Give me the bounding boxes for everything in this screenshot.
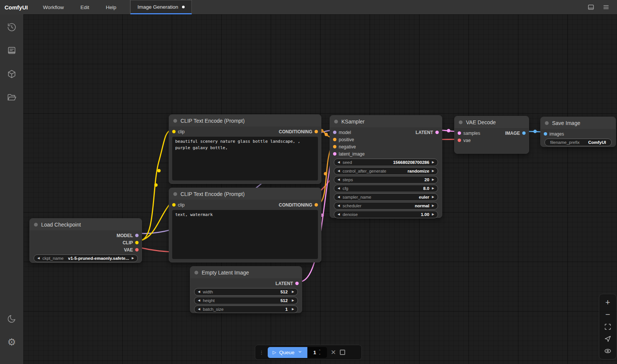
bottom-panel-toggle-icon[interactable] xyxy=(587,3,595,11)
stepper-arrows-icon[interactable]: ⌃⌄ xyxy=(318,350,321,355)
clip-port-icon[interactable] xyxy=(135,241,139,244)
node-title-bar[interactable]: CLIP Text Encode (Prompt) xyxy=(169,188,321,200)
widget-sampler-name[interactable]: ◀ sampler_name euler ▶ xyxy=(334,193,438,201)
node-title-bar[interactable]: CLIP Text Encode (Prompt) xyxy=(169,115,321,126)
decrement-arrow-icon[interactable]: ◀ xyxy=(338,161,340,164)
widget-seed[interactable]: ◀ seed 156680208700286 ▶ xyxy=(334,159,438,166)
menu-workflow[interactable]: Workflow xyxy=(35,0,72,14)
widget-filename-prefix[interactable]: filename_prefix ComfyUI xyxy=(545,139,612,146)
widget-denoise[interactable]: ◀ denoise 1.00 ▶ xyxy=(334,211,438,218)
conditioning-port-icon[interactable] xyxy=(333,145,336,148)
conditioning-port-icon[interactable] xyxy=(315,203,318,207)
clip-port-icon[interactable] xyxy=(172,130,176,133)
widget-cfg[interactable]: ◀ cfg 8.0 ▶ xyxy=(334,185,438,192)
collapse-dot-icon[interactable] xyxy=(545,121,549,125)
collapse-dot-icon[interactable] xyxy=(459,120,463,124)
node-title-bar[interactable]: Save Image xyxy=(541,117,615,129)
output-conditioning[interactable]: CONDITIONING xyxy=(279,129,318,134)
select-mode-icon[interactable] xyxy=(603,334,613,344)
model-port-icon[interactable] xyxy=(333,131,336,134)
latent-port-icon[interactable] xyxy=(295,282,299,285)
collapse-dot-icon[interactable] xyxy=(173,192,177,196)
menu-icon[interactable] xyxy=(602,3,610,11)
conditioning-port-icon[interactable] xyxy=(315,130,318,133)
decrement-arrow-icon[interactable]: ◀ xyxy=(338,187,340,190)
widget-steps[interactable]: ◀ steps 20 ▶ xyxy=(334,176,438,184)
input-clip[interactable]: clip xyxy=(172,202,185,208)
zoom-out-icon[interactable]: − xyxy=(603,310,613,319)
batch-count-stepper[interactable]: 1 ⌃⌄ xyxy=(307,347,327,358)
input-clip[interactable]: clip xyxy=(172,129,185,134)
latent-port-icon[interactable] xyxy=(435,131,439,134)
increment-arrow-icon[interactable]: ▶ xyxy=(292,299,294,302)
collapse-dot-icon[interactable] xyxy=(194,271,198,275)
theme-toggle-icon[interactable] xyxy=(4,311,19,326)
output-latent[interactable]: LATENT xyxy=(416,130,439,135)
increment-arrow-icon[interactable]: ▶ xyxy=(432,196,434,199)
output-image[interactable]: IMAGE xyxy=(505,131,526,136)
vae-port-icon[interactable] xyxy=(458,139,461,142)
widget-batch-size[interactable]: ◀ batch_size 1 ▶ xyxy=(194,305,298,313)
tab-image-generation[interactable]: Image Generation xyxy=(130,0,192,14)
settings-icon[interactable]: ⚙ xyxy=(4,335,19,350)
conditioning-port-icon[interactable] xyxy=(333,138,336,141)
workflows-icon[interactable] xyxy=(4,90,19,105)
output-conditioning[interactable]: CONDITIONING xyxy=(279,202,318,208)
chevron-down-icon[interactable] xyxy=(298,349,302,355)
node-clip-text-encode-negative[interactable]: CLIP Text Encode (Prompt) clip CONDITION… xyxy=(169,188,321,262)
increment-arrow-icon[interactable]: ▶ xyxy=(432,161,434,164)
node-clip-text-encode-positive[interactable]: CLIP Text Encode (Prompt) clip CONDITION… xyxy=(169,114,321,184)
decrement-arrow-icon[interactable]: ◀ xyxy=(198,290,200,293)
latent-port-icon[interactable] xyxy=(458,131,461,135)
model-library-icon[interactable] xyxy=(4,66,19,82)
image-port-icon[interactable] xyxy=(522,131,526,135)
increment-arrow-icon[interactable]: ▶ xyxy=(432,213,434,216)
decrement-arrow-icon[interactable]: ◀ xyxy=(338,196,340,199)
increment-arrow-icon[interactable]: ▶ xyxy=(292,308,294,311)
latent-port-icon[interactable] xyxy=(333,152,336,156)
model-port-icon[interactable] xyxy=(135,234,139,237)
decrement-arrow-icon[interactable]: ◀ xyxy=(338,170,340,173)
clip-port-icon[interactable] xyxy=(172,203,176,207)
decrement-arrow-icon[interactable]: ◀ xyxy=(37,257,40,260)
input-positive[interactable]: positive xyxy=(333,137,354,142)
decrement-arrow-icon[interactable]: ◀ xyxy=(338,204,340,207)
toggle-links-icon[interactable] xyxy=(603,346,613,356)
node-load-checkpoint[interactable]: Load Checkpoint MODEL CLIP VAE ◀ ckpt_na… xyxy=(29,218,142,263)
zoom-in-icon[interactable]: + xyxy=(603,298,613,307)
decrement-arrow-icon[interactable]: ◀ xyxy=(338,178,340,181)
input-model[interactable]: model xyxy=(333,130,351,135)
widget-ckpt-name[interactable]: ◀ ckpt_name v1-5-pruned-emaonly.safete..… xyxy=(34,254,138,262)
node-title-bar[interactable]: Load Checkpoint xyxy=(30,219,142,230)
widget-width[interactable]: ◀ width 512 ▶ xyxy=(194,288,298,296)
widget-scheduler[interactable]: ◀ scheduler normal ▶ xyxy=(334,202,438,210)
node-ksampler[interactable]: KSampler model LATENT positive negative … xyxy=(330,115,442,218)
node-title-bar[interactable]: KSampler xyxy=(330,116,442,127)
prompt-text-area[interactable]: beautiful scenery nature glass bottle la… xyxy=(172,137,318,180)
collapse-dot-icon[interactable] xyxy=(173,119,177,123)
menu-help[interactable]: Help xyxy=(97,0,125,14)
queue-button[interactable]: ▷ Queue xyxy=(268,347,307,358)
fit-view-icon[interactable] xyxy=(603,322,613,332)
increment-arrow-icon[interactable]: ▶ xyxy=(432,204,434,207)
increment-arrow-icon[interactable]: ▶ xyxy=(432,170,434,173)
node-empty-latent-image[interactable]: Empty Latent Image LATENT ◀ width 512 ▶ … xyxy=(190,266,302,313)
input-latent-image[interactable]: latent_image xyxy=(333,151,365,157)
menu-edit[interactable]: Edit xyxy=(72,0,97,14)
output-clip[interactable]: CLIP xyxy=(123,240,139,245)
decrement-arrow-icon[interactable]: ◀ xyxy=(338,213,340,216)
prompt-text-area[interactable]: text, watermark xyxy=(172,210,318,259)
node-title-bar[interactable]: VAE Decode xyxy=(455,116,529,128)
node-save-image[interactable]: Save Image images filename_prefix ComfyU… xyxy=(540,117,616,147)
input-vae[interactable]: vae xyxy=(458,138,470,143)
clear-queue-button[interactable]: ✕ xyxy=(331,349,336,356)
queue-icon[interactable] xyxy=(4,43,19,58)
input-samples[interactable]: samples xyxy=(458,131,480,136)
decrement-arrow-icon[interactable]: ◀ xyxy=(198,299,200,302)
output-model[interactable]: MODEL xyxy=(117,233,139,238)
input-images[interactable]: images xyxy=(544,131,564,137)
increment-arrow-icon[interactable]: ▶ xyxy=(292,290,294,293)
node-title-bar[interactable]: Empty Latent Image xyxy=(190,267,302,278)
increment-arrow-icon[interactable]: ▶ xyxy=(432,178,434,181)
decrement-arrow-icon[interactable]: ◀ xyxy=(198,308,200,311)
